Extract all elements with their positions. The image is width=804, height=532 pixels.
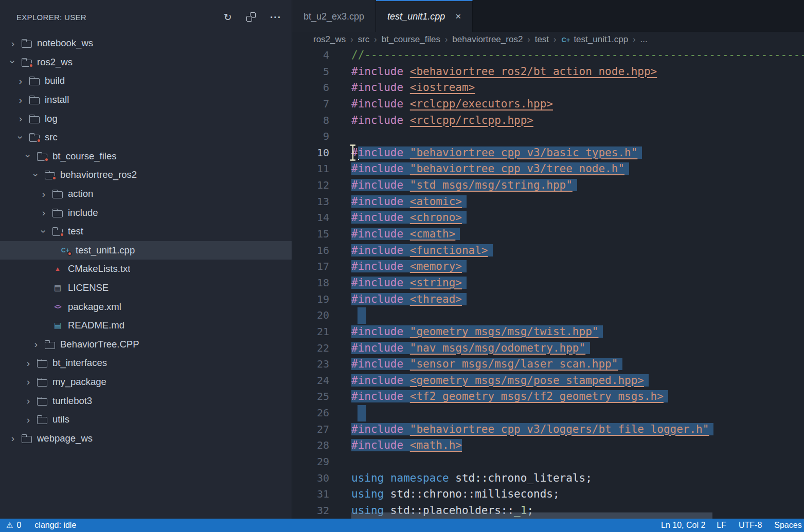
breadcrumb-item[interactable]: behaviortree_ros2 xyxy=(452,34,523,45)
tree-item-behaviortree-ros2[interactable]: ›behaviortree_ros2 xyxy=(0,166,292,185)
token: <geometry_msgs/msg/pose_stamped.hpp> xyxy=(410,374,644,387)
code-line-17: 17#include <memory> xyxy=(292,259,804,275)
token: "std_msgs/msg/string.hpp" xyxy=(410,179,573,191)
horizontal-scrollbar[interactable] xyxy=(351,512,804,519)
tree-item-label: ros2_ws xyxy=(37,57,73,68)
code-line-11: 11#include "behaviortree_cpp_v3/tree_nod… xyxy=(292,161,804,177)
encoding-indicator[interactable]: UTF-8 xyxy=(739,521,762,530)
token: #include xyxy=(351,179,410,191)
line-number: 21 xyxy=(292,324,329,340)
close-tab-icon[interactable]: × xyxy=(455,11,461,22)
folder-icon xyxy=(29,95,40,104)
token: #include xyxy=(351,374,410,387)
breadcrumb-item[interactable]: ... xyxy=(640,34,648,45)
code-line-25: 25#include <tf2_geometry_msgs/tf2_geomet… xyxy=(292,389,804,405)
cpp-file-icon: C+ xyxy=(561,36,570,44)
token: #include xyxy=(351,81,410,94)
refresh-explorer-icon[interactable]: ↻ xyxy=(224,12,232,22)
code-editor[interactable]: 4//-------------------------------------… xyxy=(292,47,804,519)
tree-item-bt-course-files[interactable]: ›bt_course_files xyxy=(0,147,292,166)
tree-item-readme-md[interactable]: ▤README.md xyxy=(0,316,292,335)
collapse-folders-icon[interactable] xyxy=(246,12,256,22)
tree-item-label: test xyxy=(68,226,83,237)
breadcrumb-item[interactable]: src xyxy=(358,34,370,45)
token: <string> xyxy=(410,277,462,289)
token: #include xyxy=(351,260,410,272)
cursor-position[interactable]: Ln 10, Col 2 xyxy=(661,521,705,530)
tree-item-src[interactable]: ›src xyxy=(0,128,292,147)
line-content: #include <cmath> xyxy=(351,226,460,243)
problems-indicator[interactable]: ⚠ 0 xyxy=(6,521,21,530)
tab-strip-filler xyxy=(473,0,804,32)
tree-item-bt-interfaces[interactable]: ›bt_interfaces xyxy=(0,354,292,373)
file-tree: ›notebook_ws›ros2_ws›build›install›log›s… xyxy=(0,34,292,519)
line-content: #include <thread> xyxy=(351,291,467,308)
breadcrumb-separator-icon: › xyxy=(633,35,635,44)
line-content: using namespace std::chrono_literals; xyxy=(351,470,592,487)
line-content: #include <math.h> xyxy=(351,437,462,454)
indent-indicator[interactable]: Spaces xyxy=(774,521,801,530)
breadcrumb-item[interactable]: test xyxy=(535,34,549,45)
code-line-19: 19#include <thread> xyxy=(292,291,804,308)
tree-item-log[interactable]: ›log xyxy=(0,109,292,128)
tree-item-utils[interactable]: ›utils xyxy=(0,410,292,429)
modified-dot xyxy=(67,251,72,256)
token: <iostream> xyxy=(410,81,475,94)
tab-test-unit1-cpp[interactable]: test_unit1.cpp × xyxy=(376,0,473,32)
tree-item-label: install xyxy=(45,94,69,105)
folder-icon xyxy=(22,434,32,443)
tree-item-build[interactable]: ›build xyxy=(0,71,292,90)
line-content xyxy=(351,307,366,324)
token: #include xyxy=(351,98,410,110)
tree-item-notebook-ws[interactable]: ›notebook_ws xyxy=(0,34,292,53)
tree-item-license[interactable]: ▤LICENSE xyxy=(0,279,292,298)
selection: #include "behaviortree_cpp_v3/loggers/bt… xyxy=(351,423,713,435)
more-actions-icon[interactable]: ··· xyxy=(270,12,281,22)
code-line-27: 27#include "behaviortree_cpp_v3/loggers/… xyxy=(292,421,804,438)
tree-item-include[interactable]: ›include xyxy=(0,203,292,222)
breadcrumb-item[interactable]: ros2_ws xyxy=(313,34,346,45)
token: <thread> xyxy=(410,293,462,305)
line-number: 29 xyxy=(292,454,329,470)
code-line-30: 30using namespace std::chrono_literals; xyxy=(292,470,804,487)
tree-item-install[interactable]: ›install xyxy=(0,90,292,109)
status-right: Ln 10, Col 2 LF UTF-8 Spaces xyxy=(661,519,804,532)
tree-item-cmakelists-txt[interactable]: ▲CMakeLists.txt xyxy=(0,260,292,279)
breadcrumb-item[interactable]: bt_course_files xyxy=(382,34,440,45)
code-line-16: 16#include <functional> xyxy=(292,243,804,259)
tree-item-label: package.xml xyxy=(68,301,121,313)
tree-item-my-package[interactable]: ›my_package xyxy=(0,373,292,392)
code-line-5: 5#include <behaviortree_ros2/bt_action_n… xyxy=(292,64,804,80)
selection: #include "geometry_msgs/msg/twist.hpp" xyxy=(351,325,603,338)
cpp-file-icon: C+ xyxy=(60,246,70,255)
scrollbar-thumb[interactable] xyxy=(351,512,712,519)
token: "geometry_msgs/msg/twist.hpp" xyxy=(410,325,599,338)
clangd-status[interactable]: clangd: idle xyxy=(34,521,76,530)
tree-item-behaviortree-cpp[interactable]: ›BehaviorTree.CPP xyxy=(0,335,292,354)
tree-item-action[interactable]: ›action xyxy=(0,185,292,204)
tree-item-test-unit1-cpp[interactable]: C+test_unit1.cpp xyxy=(0,241,292,260)
token: #include xyxy=(351,211,410,224)
license-file-icon: ▤ xyxy=(52,283,63,292)
explorer-title: EXPLORER: USER xyxy=(16,13,224,22)
chevron-down-icon: › xyxy=(24,152,33,161)
eol-indicator[interactable]: LF xyxy=(717,521,726,530)
selection: #include <tf2_geometry_msgs/tf2_geometry… xyxy=(351,390,668,402)
tree-item-ros2-ws[interactable]: ›ros2_ws xyxy=(0,53,292,72)
tree-item-label: README.md xyxy=(68,320,124,331)
token: using xyxy=(351,472,384,484)
tree-item-webpage-ws[interactable]: ›webpage_ws xyxy=(0,429,292,448)
token xyxy=(384,472,390,484)
chevron-right-icon: › xyxy=(8,39,17,48)
token: "behaviortree_cpp_v3/basic_types.h" xyxy=(410,146,638,159)
tab-bt-u2-ex3-cpp[interactable]: bt_u2_ex3.cpp xyxy=(292,0,376,32)
tree-item-label: test_unit1.cpp xyxy=(76,245,135,256)
breadcrumb-separator-icon: › xyxy=(350,35,353,44)
tree-item-turtlebot3[interactable]: ›turtlebot3 xyxy=(0,391,292,410)
line-content: #include "behaviortree_cpp_v3/basic_type… xyxy=(351,145,642,161)
selection: #include <string> xyxy=(351,277,467,289)
breadcrumb-item[interactable]: test_unit1.cpp xyxy=(574,34,628,45)
tree-item-test[interactable]: ›test xyxy=(0,222,292,241)
explorer-sidebar: EXPLORER: USER ↻ ··· ›notebook_ws›ros2_w… xyxy=(0,0,292,519)
tree-item-package-xml[interactable]: <>package.xml xyxy=(0,297,292,316)
